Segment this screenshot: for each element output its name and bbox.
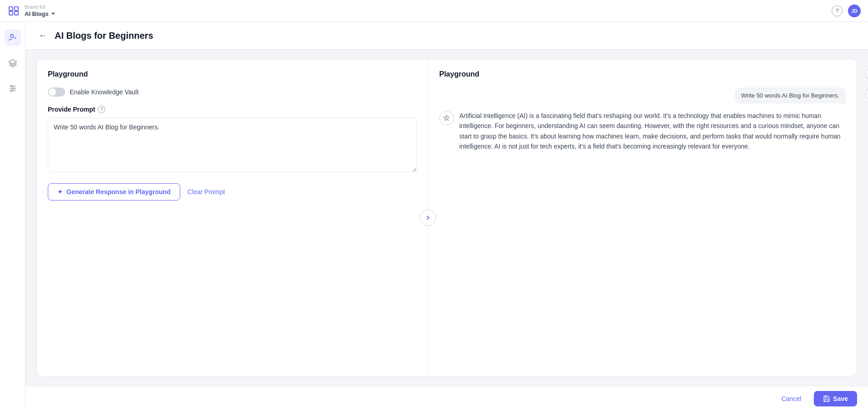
clear-prompt-button[interactable]: Clear Prompt: [188, 188, 225, 195]
svg-point-9: [13, 87, 14, 89]
left-panel-title: Playground: [48, 70, 417, 78]
right-side-icons: [866, 59, 868, 101]
ai-icon: [439, 111, 454, 125]
chat-area: Write 50 words AI Blog for Beginners. Ar…: [439, 87, 846, 365]
sidebar-item-voice[interactable]: [5, 29, 21, 46]
main-layout: ← AI Blogs for Beginners Playground Enab…: [0, 22, 868, 411]
header-right: ? JD: [832, 5, 861, 17]
sidebar: [0, 22, 25, 411]
svg-rect-0: [9, 7, 13, 10]
page-header: ← AI Blogs for Beginners: [25, 22, 868, 50]
page-title: AI Blogs for Beginners: [55, 31, 153, 41]
save-button[interactable]: Save: [814, 391, 857, 406]
user-message: Write 50 words AI Blog for Beginners.: [735, 87, 846, 103]
svg-point-10: [10, 90, 12, 91]
avatar[interactable]: JD: [848, 5, 861, 17]
svg-point-8: [10, 85, 12, 87]
svg-rect-3: [15, 11, 18, 15]
back-button[interactable]: ←: [36, 29, 49, 42]
help-icon[interactable]: ?: [832, 5, 843, 16]
brand-kit-label: Brand Kit: [25, 4, 56, 10]
right-panel-title: Playground: [439, 70, 846, 78]
sidebar-item-settings[interactable]: [5, 80, 21, 97]
content-area: ← AI Blogs for Beginners Playground Enab…: [25, 22, 868, 411]
prompt-label-row: Provide Prompt ?: [48, 106, 417, 113]
right-panel: Playground Write 50 words AI Blog for Be…: [428, 59, 857, 376]
play-icon-button[interactable]: [866, 67, 868, 81]
svg-point-4: [10, 34, 14, 37]
playground-container: Playground Enable Knowledge Vault Provid…: [25, 50, 868, 385]
action-buttons: ✦ Generate Response in Playground Clear …: [48, 183, 417, 200]
sidebar-item-learn[interactable]: [5, 55, 21, 71]
arrow-button[interactable]: [420, 210, 436, 226]
save-icon: [823, 395, 830, 402]
knowledge-vault-toggle[interactable]: [48, 87, 65, 97]
prompt-textarea[interactable]: Write 50 words AI Blog for Beginners.: [48, 118, 417, 172]
brand-kit-icon: [7, 5, 20, 17]
ai-response: Artificial Intelligence (AI) is a fascin…: [459, 111, 846, 152]
left-panel: Playground Enable Knowledge Vault Provid…: [36, 59, 428, 376]
brand-info: Brand Kit AI Blogs: [25, 4, 56, 17]
header-left: Brand Kit AI Blogs: [7, 4, 56, 17]
knowledge-vault-row: Enable Knowledge Vault: [48, 87, 417, 97]
info-icon-button[interactable]: [866, 87, 868, 101]
ai-message-row: Artificial Intelligence (AI) is a fascin…: [439, 111, 846, 152]
bottom-bar: Cancel Save: [25, 385, 868, 411]
sparkle-icon: ✦: [57, 188, 63, 195]
svg-rect-1: [15, 7, 18, 10]
toggle-label: Enable Knowledge Vault: [70, 88, 139, 96]
cancel-button[interactable]: Cancel: [774, 391, 809, 406]
top-header: Brand Kit AI Blogs ? JD: [0, 0, 868, 22]
svg-rect-2: [9, 11, 13, 15]
prompt-help-icon[interactable]: ?: [98, 106, 105, 113]
generate-button[interactable]: ✦ Generate Response in Playground: [48, 183, 180, 200]
brand-name[interactable]: AI Blogs: [25, 10, 56, 17]
